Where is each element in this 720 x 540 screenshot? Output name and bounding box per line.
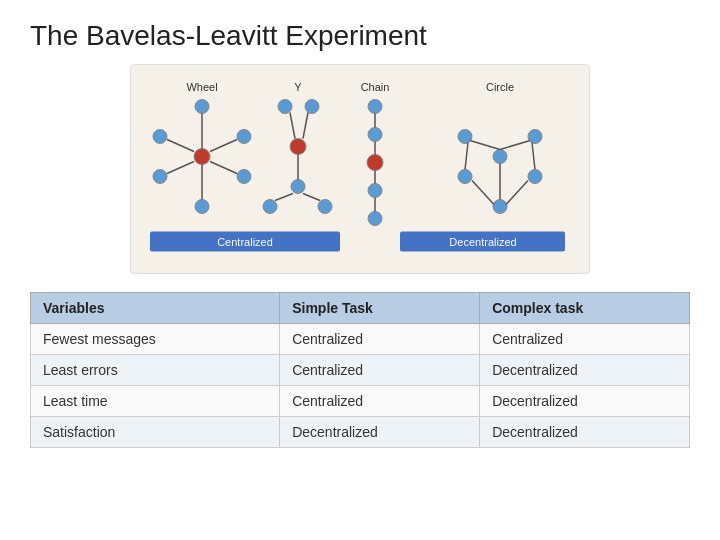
table-row: SatisfactionDecentralizedDecentralized <box>31 417 690 448</box>
table-cell-2-1: Centralized <box>280 386 480 417</box>
results-table: Variables Simple Task Complex task Fewes… <box>30 292 690 448</box>
table-row: Least timeCentralizedDecentralized <box>31 386 690 417</box>
table-row: Fewest messagesCentralizedCentralized <box>31 324 690 355</box>
svg-line-44 <box>470 141 500 150</box>
svg-line-49 <box>472 181 494 205</box>
svg-text:Chain: Chain <box>361 81 390 93</box>
table-cell-2-2: Decentralized <box>480 386 690 417</box>
svg-point-29 <box>368 128 382 142</box>
svg-line-23 <box>290 113 295 139</box>
svg-line-48 <box>506 181 528 205</box>
svg-point-5 <box>195 100 209 114</box>
svg-text:Decentralized: Decentralized <box>449 236 516 248</box>
svg-point-19 <box>290 139 306 155</box>
col-header-variables: Variables <box>31 293 280 324</box>
svg-line-47 <box>465 143 468 170</box>
table-cell-3-0: Satisfaction <box>31 417 280 448</box>
col-header-complex: Complex task <box>480 293 690 324</box>
svg-line-24 <box>303 113 308 139</box>
svg-point-31 <box>368 184 382 198</box>
table-cell-1-1: Centralized <box>280 355 480 386</box>
svg-point-9 <box>153 170 167 184</box>
svg-point-6 <box>195 200 209 214</box>
svg-point-20 <box>291 180 305 194</box>
svg-text:Centralized: Centralized <box>217 236 273 248</box>
svg-line-26 <box>275 194 293 201</box>
svg-point-21 <box>263 200 277 214</box>
table-cell-3-2: Decentralized <box>480 417 690 448</box>
col-header-simple: Simple Task <box>280 293 480 324</box>
svg-text:Wheel: Wheel <box>186 81 217 93</box>
svg-line-13 <box>167 140 194 152</box>
svg-line-14 <box>210 140 237 152</box>
page: The Bavelas-Leavitt Experiment Wheel Y C… <box>0 0 720 540</box>
svg-point-38 <box>528 130 542 144</box>
svg-line-16 <box>210 162 237 174</box>
svg-point-18 <box>305 100 319 114</box>
svg-line-27 <box>303 194 320 201</box>
svg-point-28 <box>368 100 382 114</box>
svg-line-46 <box>532 143 535 170</box>
table-cell-0-2: Centralized <box>480 324 690 355</box>
svg-line-43 <box>500 141 530 150</box>
svg-text:Circle: Circle <box>486 81 514 93</box>
table-cell-2-0: Least time <box>31 386 280 417</box>
table-cell-0-1: Centralized <box>280 324 480 355</box>
svg-point-30 <box>367 155 383 171</box>
table-row: Least errorsCentralizedDecentralized <box>31 355 690 386</box>
svg-text:Y: Y <box>294 81 302 93</box>
network-diagram: Wheel Y Chain Circle <box>140 74 580 264</box>
table-cell-3-1: Decentralized <box>280 417 480 448</box>
svg-point-4 <box>194 149 210 165</box>
table-cell-1-0: Least errors <box>31 355 280 386</box>
svg-point-17 <box>278 100 292 114</box>
svg-point-41 <box>458 170 472 184</box>
table-cell-0-0: Fewest messages <box>31 324 280 355</box>
table-cell-1-2: Decentralized <box>480 355 690 386</box>
svg-point-8 <box>237 130 251 144</box>
diagram-container: Wheel Y Chain Circle <box>130 64 590 274</box>
svg-point-39 <box>528 170 542 184</box>
table-wrapper: Variables Simple Task Complex task Fewes… <box>30 292 690 448</box>
svg-point-40 <box>458 130 472 144</box>
page-title: The Bavelas-Leavitt Experiment <box>30 20 690 52</box>
svg-point-10 <box>237 170 251 184</box>
svg-point-37 <box>493 150 507 164</box>
svg-line-15 <box>167 162 194 174</box>
svg-point-42 <box>493 200 507 214</box>
svg-point-32 <box>368 212 382 226</box>
svg-point-7 <box>153 130 167 144</box>
svg-point-22 <box>318 200 332 214</box>
